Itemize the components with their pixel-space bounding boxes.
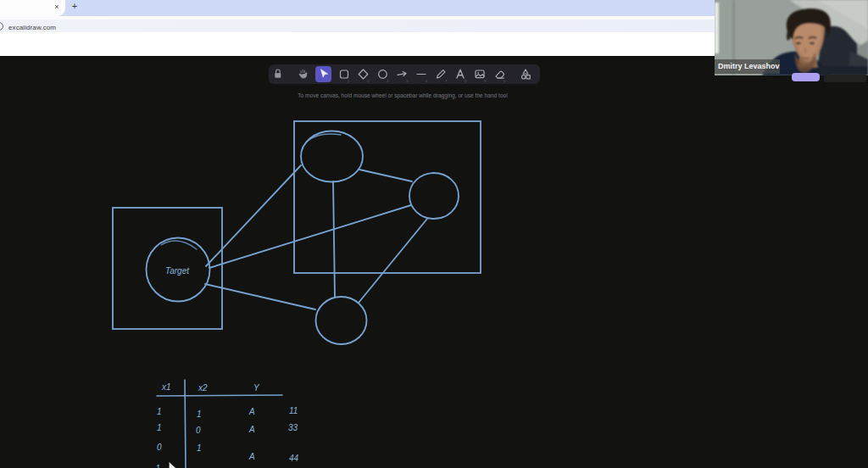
svg-text:3: 3 — [367, 79, 370, 83]
svg-text:0: 0 — [504, 79, 506, 83]
svg-text:2: 2 — [348, 79, 350, 83]
svg-text:1: 1 — [327, 79, 330, 83]
svg-text:8: 8 — [465, 79, 467, 83]
svg-text:7: 7 — [445, 79, 448, 83]
svg-text:4: 4 — [387, 79, 389, 83]
svg-text:6: 6 — [426, 79, 428, 83]
svg-text:5: 5 — [406, 79, 409, 83]
svg-text:9: 9 — [484, 79, 487, 83]
